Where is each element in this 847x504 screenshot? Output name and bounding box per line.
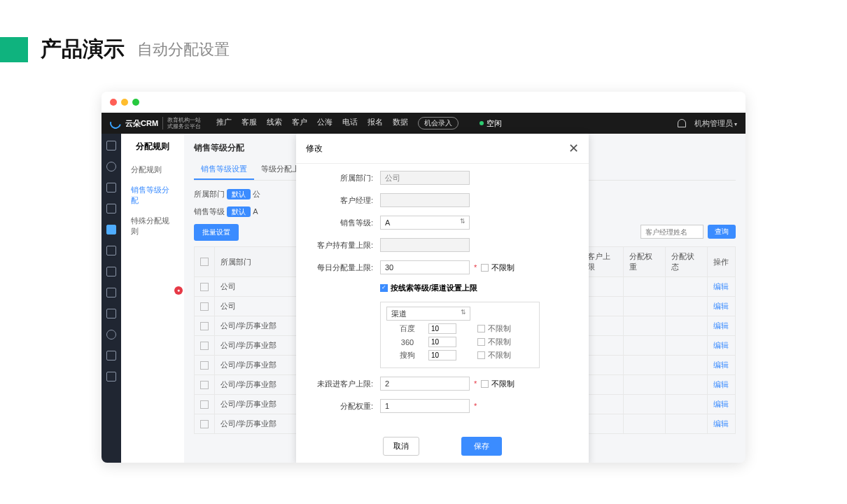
- topbar-right: 机构管理员▾: [678, 118, 737, 129]
- cancel-button[interactable]: 取消: [383, 437, 419, 456]
- row-checkbox[interactable]: [200, 400, 209, 409]
- channel-name: 百度: [386, 323, 428, 334]
- batch-button[interactable]: 批量设置: [194, 224, 239, 241]
- edit-link[interactable]: 编辑: [708, 395, 736, 414]
- rail-icon[interactable]: [106, 288, 116, 298]
- app-window: 云朵CRM 教育机构一站 式服务云平台 推广 客服 线索 客户 公海 电话 报名…: [102, 92, 746, 463]
- search-button[interactable]: 查询: [708, 225, 736, 239]
- edit-link[interactable]: 编辑: [708, 336, 736, 356]
- select-level[interactable]: A: [380, 216, 470, 230]
- search-area: 查询: [640, 225, 736, 239]
- nav-item[interactable]: 线索: [267, 117, 282, 130]
- rail-icon[interactable]: [106, 372, 116, 382]
- input-mgr: [380, 193, 470, 207]
- nav-item[interactable]: 电话: [342, 117, 358, 130]
- nav-item[interactable]: 数据: [393, 117, 408, 130]
- row-checkbox[interactable]: [200, 322, 209, 330]
- sidebar-item-active[interactable]: 销售等级分配: [128, 180, 177, 211]
- label-hold: 客户持有量上限:: [310, 240, 380, 251]
- rail-icon[interactable]: [106, 162, 116, 172]
- input-weight[interactable]: [380, 399, 470, 413]
- checkbox-all[interactable]: [200, 258, 209, 266]
- minimize-dot[interactable]: [121, 99, 128, 106]
- close-dot[interactable]: [110, 99, 117, 106]
- row-checkbox[interactable]: [200, 361, 209, 370]
- checkbox-unlimited-ch[interactable]: [477, 325, 485, 332]
- edit-modal: 修改 ✕ 所属部门: 客户经理: 销售等级: A 客户持有量上限:: [296, 134, 589, 463]
- side-rail: [102, 134, 121, 463]
- input-unfollow[interactable]: [380, 377, 470, 391]
- tag-default[interactable]: 默认: [227, 189, 251, 200]
- channel-name: 搜狗: [386, 350, 428, 360]
- tab-level-config[interactable]: 销售等级设置: [194, 160, 254, 180]
- modal-title: 修改: [306, 143, 323, 155]
- save-button[interactable]: 保存: [461, 437, 502, 456]
- checkbox-unlimited-ch[interactable]: [477, 351, 485, 359]
- rail-icon-active[interactable]: [106, 225, 116, 234]
- sidebar-item[interactable]: 特殊分配规则: [128, 211, 177, 241]
- rail-icon[interactable]: [106, 183, 116, 192]
- nav-item[interactable]: 客户: [292, 117, 307, 130]
- rail-icon[interactable]: [106, 351, 116, 360]
- input-hold[interactable]: [380, 238, 470, 252]
- rail-icon[interactable]: [106, 204, 116, 214]
- edit-link[interactable]: 编辑: [708, 297, 736, 316]
- nav-item[interactable]: 推广: [216, 117, 232, 130]
- checkbox-unlimited-2[interactable]: [481, 380, 489, 388]
- search-input[interactable]: [640, 225, 704, 239]
- edit-link[interactable]: 编辑: [708, 375, 736, 395]
- edit-link[interactable]: 编辑: [708, 316, 736, 336]
- maximize-dot[interactable]: [132, 99, 139, 106]
- label-daily: 每日分配量上限:: [310, 262, 380, 273]
- topbar: 云朵CRM 教育机构一站 式服务云平台 推广 客服 线索 客户 公海 电话 报名…: [102, 113, 746, 134]
- channel-value[interactable]: [428, 337, 456, 347]
- page-subtitle: 自动分配设置: [137, 39, 230, 60]
- rail-icon[interactable]: [106, 141, 116, 150]
- window-controls: [102, 92, 746, 113]
- row-checkbox[interactable]: [200, 420, 209, 428]
- status-text: 空闲: [486, 118, 502, 129]
- row-checkbox[interactable]: [200, 342, 209, 350]
- edit-link[interactable]: 编辑: [708, 356, 736, 375]
- input-daily[interactable]: [380, 260, 470, 274]
- channel-name: 360: [386, 338, 428, 346]
- row-checkbox[interactable]: [200, 381, 209, 389]
- label-mgr: 客户经理:: [310, 195, 380, 206]
- rail-icon[interactable]: [106, 330, 116, 340]
- close-icon[interactable]: ✕: [568, 141, 579, 156]
- modal-body: 所属部门: 客户经理: 销售等级: A 客户持有量上限: 每日分配量上限:: [296, 164, 589, 428]
- label-unfollow: 未跟进客户上限:: [310, 379, 380, 389]
- checkbox-by-channel[interactable]: [380, 284, 388, 292]
- user-menu[interactable]: 机构管理员▾: [694, 118, 737, 129]
- nav-item[interactable]: 公海: [317, 117, 332, 130]
- nav-item[interactable]: 客服: [241, 117, 257, 130]
- accent-block: [0, 37, 28, 62]
- page-title: 产品演示: [41, 35, 125, 64]
- nav-pill[interactable]: 机会录入: [418, 117, 458, 130]
- col-action: 操作: [708, 247, 736, 277]
- channel-value[interactable]: [428, 323, 456, 334]
- checkbox-unlimited[interactable]: [481, 264, 489, 272]
- top-nav: 推广 客服 线索 客户 公海 电话 报名 数据 机会录入: [216, 117, 458, 130]
- page-header: 产品演示 自动分配设置: [0, 0, 847, 78]
- logo-text: 云朵CRM: [125, 118, 158, 129]
- edit-link[interactable]: 编辑: [708, 414, 736, 434]
- row-checkbox[interactable]: [200, 283, 209, 291]
- channel-value[interactable]: [428, 350, 456, 360]
- rail-icon[interactable]: [106, 267, 116, 276]
- checkbox-unlimited-ch[interactable]: [477, 338, 485, 346]
- sidebar-item[interactable]: 分配规则: [128, 160, 177, 180]
- select-channel[interactable]: 渠道: [386, 307, 470, 321]
- required-star: *: [474, 263, 477, 272]
- bell-icon[interactable]: [678, 119, 686, 127]
- tag-default[interactable]: 默认: [227, 206, 251, 217]
- body-area: 分配规则 分配规则 销售等级分配 特殊分配规则 销售等级分配 销售等级设置 等级…: [102, 134, 746, 463]
- label-unlimited: 不限制: [491, 262, 514, 273]
- edit-link[interactable]: 编辑: [708, 277, 736, 297]
- chevron-down-icon: ▾: [734, 121, 737, 127]
- rail-icon[interactable]: [106, 309, 116, 318]
- row-checkbox[interactable]: [200, 302, 209, 311]
- nav-item[interactable]: 报名: [368, 117, 383, 130]
- rail-icon[interactable]: [106, 246, 116, 255]
- label-weight: 分配权重:: [310, 401, 380, 412]
